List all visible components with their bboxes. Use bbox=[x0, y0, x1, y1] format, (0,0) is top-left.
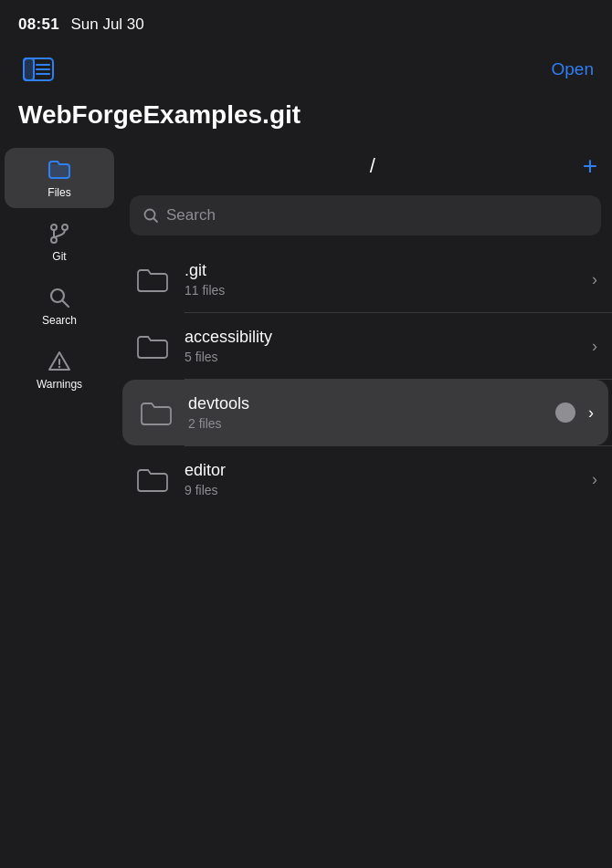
file-info: .git 11 files bbox=[185, 261, 579, 298]
file-meta: 5 files bbox=[185, 350, 579, 364]
file-name: editor bbox=[185, 461, 579, 480]
file-name: .git bbox=[185, 261, 579, 280]
svg-point-8 bbox=[51, 237, 57, 243]
sidebar-item-search-label: Search bbox=[42, 314, 77, 327]
file-info: devtools 2 files bbox=[188, 394, 539, 431]
content-area: / + .git 11 files bbox=[119, 144, 612, 864]
sidebar-item-warnings[interactable]: Warnings bbox=[5, 340, 114, 400]
svg-line-15 bbox=[154, 219, 158, 223]
add-button[interactable]: + bbox=[583, 153, 597, 179]
chevron-right-icon: › bbox=[592, 337, 597, 356]
open-button[interactable]: Open bbox=[552, 59, 594, 79]
folder-icon bbox=[137, 393, 175, 432]
svg-point-7 bbox=[62, 225, 68, 230]
folder-icon bbox=[133, 260, 172, 298]
svg-point-14 bbox=[145, 210, 155, 220]
svg-rect-5 bbox=[49, 164, 69, 178]
file-meta: 11 files bbox=[185, 283, 579, 298]
file-name: devtools bbox=[188, 394, 539, 413]
list-item[interactable]: editor 9 files › bbox=[119, 446, 612, 512]
sidebar-item-git-label: Git bbox=[52, 250, 66, 263]
sidebar-item-git[interactable]: Git bbox=[5, 212, 114, 272]
svg-point-6 bbox=[51, 225, 57, 230]
sidebar-item-files-label: Files bbox=[47, 186, 70, 199]
folder-icon bbox=[133, 327, 172, 365]
status-time: 08:51 bbox=[18, 16, 59, 33]
sidebar-item-files[interactable]: Files bbox=[5, 148, 114, 208]
content-header: / + bbox=[119, 144, 612, 192]
list-item[interactable]: .git 11 files › bbox=[119, 246, 612, 312]
search-bar[interactable] bbox=[130, 195, 601, 235]
file-meta: 2 files bbox=[188, 416, 539, 431]
svg-rect-1 bbox=[24, 58, 34, 80]
sidebar-toggle-icon[interactable] bbox=[18, 54, 58, 85]
search-icon bbox=[47, 285, 72, 310]
file-name: accessibility bbox=[185, 328, 579, 347]
main-layout: Files Git Search bbox=[0, 144, 612, 864]
sidebar-item-search[interactable]: Search bbox=[5, 276, 114, 336]
status-bar: 08:51 Sun Jul 30 bbox=[0, 0, 612, 46]
top-bar: Open bbox=[0, 46, 612, 93]
app-title: WebForgeExamples.git bbox=[0, 93, 612, 144]
list-item[interactable]: accessibility 5 files › bbox=[119, 313, 612, 379]
selected-indicator bbox=[555, 403, 575, 423]
file-list: .git 11 files › accessibility 5 files › bbox=[119, 246, 612, 864]
sidebar: Files Git Search bbox=[0, 144, 119, 864]
chevron-right-icon: › bbox=[588, 403, 594, 423]
path-label: / bbox=[163, 154, 583, 178]
search-input[interactable] bbox=[166, 206, 588, 225]
file-meta: 9 files bbox=[185, 483, 579, 497]
folder-tab-icon bbox=[47, 157, 72, 183]
folder-icon bbox=[133, 460, 172, 498]
chevron-right-icon: › bbox=[592, 270, 597, 289]
file-info: editor 9 files bbox=[185, 461, 579, 497]
svg-line-11 bbox=[63, 301, 69, 308]
git-icon bbox=[47, 221, 72, 246]
search-bar-icon bbox=[142, 207, 159, 224]
status-date: Sun Jul 30 bbox=[70, 16, 143, 33]
list-item[interactable]: devtools 2 files › bbox=[122, 380, 608, 445]
chevron-right-icon: › bbox=[592, 470, 597, 489]
svg-point-13 bbox=[58, 366, 60, 368]
sidebar-item-warnings-label: Warnings bbox=[37, 378, 82, 391]
status-bar-left: 08:51 Sun Jul 30 bbox=[18, 16, 144, 34]
warning-icon bbox=[47, 349, 72, 374]
file-info: accessibility 5 files bbox=[185, 328, 579, 364]
